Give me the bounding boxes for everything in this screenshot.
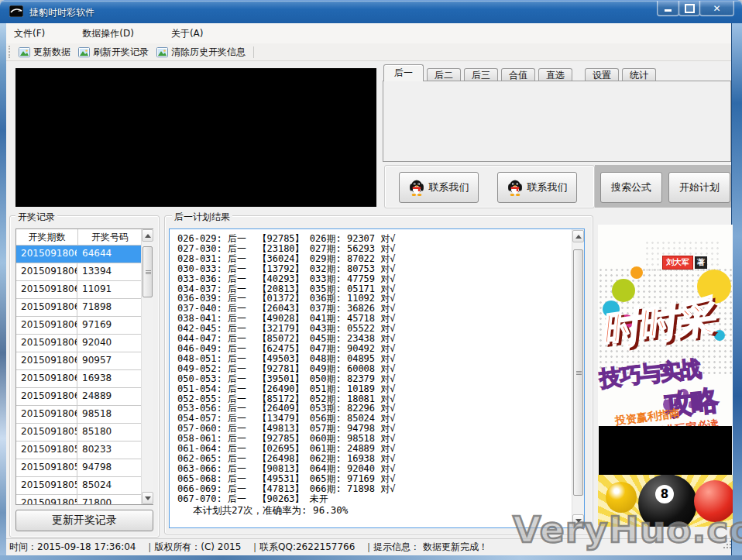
tab-hou-san[interactable]: 后三 (464, 68, 498, 81)
window-title: 捷豹时时彩软件 (29, 6, 94, 19)
author-mark: 著 (695, 256, 707, 269)
update-data-button[interactable]: 更新数据 (15, 45, 75, 60)
menu-bar: 文件(F) 数据操作(D) 关于(A) (6, 23, 731, 44)
menu-file[interactable]: 文件(F) (6, 25, 53, 42)
close-icon: ✕ (713, 4, 720, 13)
search-formula-button[interactable]: 搜索公式 (600, 172, 662, 203)
table-cell: 85180 (77, 424, 142, 441)
tab-strip: 后一后二后三合值直选设置统计 (383, 64, 732, 81)
refresh-records-button[interactable]: 刷新开奖记录 (75, 45, 153, 60)
app-window: 捷豹时时彩软件 ✕ 文件(F) 数据操作(D) 关于(A) 更新数据 刷新开奖记… (0, 0, 742, 560)
column-header-issue[interactable]: 开奖期数 (16, 229, 78, 245)
table-row[interactable]: 2015091805880233 (16, 441, 153, 459)
picture-icon (19, 47, 30, 57)
promo-poster: 刘大军 著 时时采 技巧与实战 攻略 投资赢利指南 职业玩家必读 8 (598, 225, 733, 527)
tab-he-zhi[interactable]: 合值 (501, 68, 535, 81)
menu-data-operations[interactable]: 数据操作(D) (74, 25, 142, 42)
title-bar (0, 0, 742, 23)
table-row[interactable]: 2015091806098518 (16, 406, 153, 424)
table-row[interactable]: 2015091806492040 (16, 335, 153, 352)
tab-tong-ji[interactable]: 统计 (622, 68, 656, 81)
records-group-label: 开奖记录 (15, 211, 57, 224)
tool-bar: 更新数据 刷新开奖记录 清除历史开奖信息 (6, 43, 731, 61)
table-cell: 20150918065 (16, 317, 77, 334)
records-scrollbar[interactable] (141, 229, 153, 504)
qq-penguin-icon (507, 179, 523, 196)
maximize-button[interactable] (678, 1, 700, 16)
app-icon (9, 5, 23, 17)
records-scrollbar-thumb[interactable] (143, 246, 153, 297)
decor-blob (630, 266, 643, 279)
table-row[interactable]: 2015091805985180 (16, 424, 153, 441)
table-cell: 20150918056 (16, 477, 77, 494)
records-table-body: 2015091806964644201509180681339420150918… (16, 246, 153, 505)
contact-us-button-1[interactable]: 联系我们 (399, 172, 479, 203)
table-row[interactable]: 2015091806964644 (16, 246, 153, 263)
table-cell: 71898 (77, 299, 142, 316)
table-cell: 20150918057 (16, 459, 77, 476)
contact-us-label: 联系我们 (429, 180, 469, 194)
decor-blob (612, 279, 635, 302)
table-cell: 24889 (77, 388, 142, 405)
start-plan-button[interactable]: 开始计划 (668, 172, 730, 203)
table-cell: 92040 (77, 335, 142, 352)
plan-result-box[interactable]: 026-029: 后一 【92785】 026期: 92307 对√ 027-0… (169, 228, 585, 528)
update-data-label: 更新数据 (33, 46, 70, 59)
update-records-button[interactable]: 更新开奖记录 (15, 510, 153, 531)
table-cell: 16938 (77, 370, 142, 387)
table-cell: 13394 (77, 263, 142, 280)
maximize-icon (685, 4, 695, 13)
window-border-left (0, 23, 6, 555)
status-text: 时间：2015-09-18 17:36:04 ｜版权所有：(C) 2015 ｜联… (9, 541, 488, 554)
plan-text: 026-029: 后一 【92785】 026期: 92307 对√ 027-0… (177, 234, 557, 503)
table-row[interactable]: 2015091805571800 (16, 495, 153, 505)
author-name: 刘大军 (662, 256, 693, 270)
table-row[interactable]: 2015091806813394 (16, 263, 153, 281)
close-button[interactable]: ✕ (699, 1, 734, 16)
window-border-right (731, 23, 742, 555)
clear-history-label: 清除历史开奖信息 (171, 46, 246, 59)
picture-icon (156, 47, 168, 57)
menu-about[interactable]: 关于(A) (163, 25, 211, 42)
plan-scrollbar-thumb[interactable] (573, 249, 583, 496)
table-row[interactable]: 2015091806216938 (16, 370, 153, 388)
table-cell: 20150918066 (16, 299, 77, 316)
table-row[interactable]: 2015091806671898 (16, 299, 153, 317)
records-table: 开奖期数 开奖号码 201509180696464420150918068133… (15, 228, 153, 505)
table-cell: 71800 (77, 495, 142, 505)
table-row[interactable]: 2015091805685024 (16, 477, 153, 495)
table-cell: 20150918068 (16, 263, 77, 280)
contact-us-button-2[interactable]: 联系我们 (497, 172, 577, 203)
table-cell: 20150918061 (16, 388, 77, 405)
minimize-icon (665, 9, 672, 12)
scroll-down-icon[interactable] (142, 492, 153, 504)
table-cell: 20150918059 (16, 424, 77, 441)
resize-grip[interactable] (723, 547, 725, 548)
table-cell: 11091 (77, 281, 142, 298)
tab-zhi-xuan[interactable]: 直选 (538, 68, 572, 81)
tab-panel (383, 81, 731, 162)
table-cell: 20150918069 (16, 246, 77, 263)
table-cell: 20150918060 (16, 406, 77, 423)
table-cell: 97169 (77, 317, 142, 334)
table-row[interactable]: 2015091806124889 (16, 388, 153, 406)
tab-hou-yi[interactable]: 后一 (383, 64, 424, 81)
minimize-button[interactable] (657, 1, 679, 16)
scroll-up-icon[interactable] (142, 229, 153, 242)
video-preview-area (15, 68, 376, 207)
author-badge: 刘大军 著 (662, 256, 707, 270)
tab-hou-er[interactable]: 后二 (427, 68, 461, 81)
table-cell: 20150918058 (16, 441, 77, 459)
table-cell: 98518 (77, 406, 142, 423)
column-header-number[interactable]: 开奖号码 (78, 229, 142, 245)
plan-scrollbar[interactable] (572, 229, 584, 527)
clear-history-button[interactable]: 清除历史开奖信息 (153, 45, 250, 60)
tab-she-zhi[interactable]: 设置 (585, 68, 619, 81)
table-row[interactable]: 2015091806597169 (16, 317, 153, 335)
refresh-records-label: 刷新开奖记录 (93, 46, 149, 59)
table-row[interactable]: 2015091806711091 (16, 281, 153, 299)
table-row[interactable]: 2015091805794798 (16, 459, 153, 477)
table-row[interactable]: 2015091806390957 (16, 352, 153, 370)
plan-summary: 本计划共27次，准确率为: 96.30% (193, 504, 348, 517)
scroll-up-icon[interactable] (572, 230, 584, 242)
